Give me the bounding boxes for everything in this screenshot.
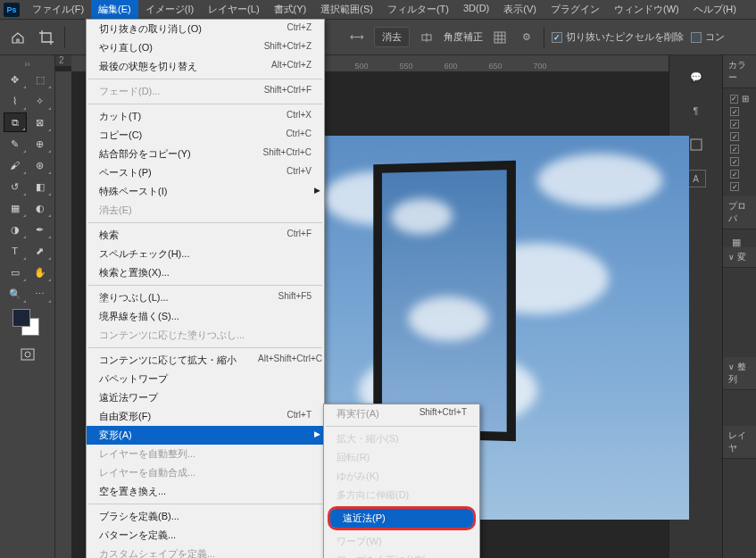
- frame-tool[interactable]: ⊠: [29, 112, 52, 132]
- edit-menu-item: レイヤーを自動整列...: [87, 445, 324, 463]
- object-select-tool[interactable]: ✧: [29, 91, 52, 111]
- menu-イメージ[interactable]: イメージ(I): [138, 0, 201, 19]
- picture-frame-object[interactable]: [373, 161, 516, 441]
- menu-ウィンドウ[interactable]: ウィンドウ(W): [607, 0, 686, 19]
- transform-submenu-item[interactable]: 多方向に伸縮(D): [324, 486, 479, 504]
- edit-toolbar[interactable]: ⋯: [29, 284, 52, 304]
- transform-perspective-item[interactable]: 遠近法(P): [330, 509, 473, 528]
- menu-3d[interactable]: 3D(D): [456, 0, 496, 19]
- edit-menu-item[interactable]: 遠近法ワープ: [87, 388, 324, 407]
- pen-tool[interactable]: ✒: [29, 220, 52, 239]
- menubar: Ps ファイル(F)編集(E)イメージ(I)レイヤー(L)書式(Y)選択範囲(S…: [0, 0, 756, 20]
- color-swatches[interactable]: [12, 309, 43, 336]
- foreground-swatch[interactable]: [12, 309, 30, 327]
- svg-rect-9: [691, 139, 702, 150]
- lasso-tool[interactable]: ⌇: [4, 91, 27, 111]
- edit-menu-item[interactable]: パペットワープ: [87, 370, 324, 388]
- quickmask-icon[interactable]: [16, 345, 39, 364]
- edit-menu-item[interactable]: ブラシを定義(B)...: [87, 507, 324, 526]
- ruler-vertical: [55, 71, 71, 558]
- clear-button[interactable]: 消去: [374, 27, 410, 47]
- transform-section[interactable]: ∨ 変: [723, 247, 756, 268]
- photoshop-logo: Ps: [4, 3, 20, 17]
- transform-submenu-item[interactable]: ゆがみ(K): [324, 467, 479, 486]
- svg-point-8: [25, 352, 30, 357]
- transform-submenu-item[interactable]: ワープ(W): [324, 532, 479, 551]
- checkbox-icon[interactable]: [552, 32, 562, 43]
- dodge-tool[interactable]: ◑: [4, 220, 27, 239]
- edit-menu-item[interactable]: 変形(A)▶: [87, 426, 324, 445]
- rectangle-tool[interactable]: ▭: [4, 262, 27, 282]
- straighten-label: 角度補正: [444, 30, 483, 44]
- layers-panel-tab[interactable]: レイヤ: [723, 426, 756, 459]
- menu-ヘルプ[interactable]: ヘルプ(H): [686, 0, 744, 19]
- edit-menu-item[interactable]: 最後の状態を切り替えAlt+Ctrl+Z: [87, 57, 324, 76]
- transform-submenu-item[interactable]: 回転(R): [324, 448, 479, 467]
- paragraph-icon[interactable]: ¶: [686, 102, 706, 120]
- edit-menu-item[interactable]: 特殊ペースト(I)▶: [87, 182, 324, 201]
- edit-menu-item[interactable]: 塗りつぶし(L)...Shift+F5: [87, 288, 324, 307]
- collapse-handle-icon[interactable]: ››: [19, 59, 37, 66]
- edit-menu-item[interactable]: 検索と置換(X)...: [87, 263, 324, 282]
- menu-選択範囲[interactable]: 選択範囲(S): [313, 0, 380, 19]
- toolbox: ›› ✥⬚⌇✧⧉⊠✎⊕🖌⊛↺◧▦◐◑✒T⬈▭✋🔍⋯: [0, 55, 55, 558]
- type-tool[interactable]: T: [4, 241, 27, 261]
- transform-submenu-item[interactable]: ワープを上下に分割: [324, 551, 479, 558]
- history-brush-tool[interactable]: ↺: [4, 177, 27, 196]
- menu-表示[interactable]: 表示(V): [496, 0, 544, 19]
- edit-menu-item[interactable]: 切り抜きの取り消し(O)Ctrl+Z: [87, 20, 324, 38]
- align-section[interactable]: ∨ 整列: [723, 357, 756, 390]
- settings-gear-icon[interactable]: ⚙: [517, 28, 536, 47]
- hand-tool[interactable]: ✋: [29, 262, 52, 282]
- menu-ファイル[interactable]: ファイル(F): [25, 0, 91, 19]
- edit-menu-item[interactable]: カット(T)Ctrl+X: [87, 107, 324, 126]
- edit-menu-item[interactable]: コピー(C)Ctrl+C: [87, 126, 324, 145]
- transform-submenu-item[interactable]: 拡大・縮小(S): [324, 429, 479, 448]
- edit-menu-item: レイヤーを自動合成...: [87, 463, 324, 482]
- edit-menu-item[interactable]: コンテンツに応じて拡大・縮小Alt+Shift+Ctrl+C: [87, 351, 324, 370]
- transform-submenu-item: 再実行(A)Shift+Ctrl+T: [324, 404, 479, 423]
- delete-pixels-checkbox[interactable]: 切り抜いたピクセルを削除: [552, 30, 684, 44]
- edit-menu-item[interactable]: 境界線を描く(S)...: [87, 307, 324, 326]
- edit-menu-item[interactable]: やり直し(O)Shift+Ctrl+Z: [87, 38, 324, 57]
- eyedropper-tool[interactable]: ✎: [4, 134, 27, 154]
- menu-書式[interactable]: 書式(Y): [267, 0, 314, 19]
- move-tool[interactable]: ✥: [4, 70, 27, 89]
- checkbox-icon[interactable]: [691, 32, 702, 43]
- eraser-tool[interactable]: ◧: [29, 177, 52, 196]
- edit-menu-dropdown: 切り抜きの取り消し(O)Ctrl+Zやり直し(O)Shift+Ctrl+Z最後の…: [86, 19, 325, 558]
- path-select-tool[interactable]: ⬈: [29, 241, 52, 261]
- edit-menu-item[interactable]: 自由変形(F)Ctrl+T: [87, 407, 324, 426]
- crop-tool-icon[interactable]: [36, 27, 57, 48]
- menu-編集[interactable]: 編集(E): [91, 0, 138, 19]
- marquee-tool[interactable]: ⬚: [29, 70, 52, 89]
- edit-menu-item[interactable]: スペルチェック(H)...: [87, 245, 324, 263]
- edit-menu-item: 消去(E): [87, 201, 324, 220]
- right-panels: カラー ⊞ プロパ ▦ ∨ 変 ∨ 整列 レイヤ: [722, 55, 756, 558]
- straighten-icon[interactable]: [417, 28, 436, 47]
- zoom-tool[interactable]: 🔍: [4, 284, 27, 304]
- content-aware-checkbox[interactable]: コン: [691, 30, 725, 44]
- menu-プラグイン[interactable]: プラグイン: [544, 0, 607, 19]
- brush-tool[interactable]: 🖌: [4, 155, 27, 175]
- gradient-tool[interactable]: ▦: [4, 198, 27, 218]
- menu-フィルター[interactable]: フィルター(T): [380, 0, 456, 19]
- home-icon[interactable]: [7, 27, 29, 48]
- crop-tool[interactable]: ⧉: [4, 112, 27, 132]
- blur-tool[interactable]: ◐: [29, 198, 52, 218]
- grid-overlay-icon[interactable]: [490, 28, 510, 47]
- delete-pixels-label: 切り抜いたピクセルを削除: [566, 30, 684, 44]
- properties-panel-tab[interactable]: プロパ: [723, 196, 756, 229]
- color-panel-tab[interactable]: カラー: [723, 55, 756, 88]
- edit-menu-item[interactable]: パターンを定義...: [87, 526, 324, 545]
- clear-aspect-icon[interactable]: ⟷: [347, 28, 367, 47]
- edit-menu-item[interactable]: 検索Ctrl+F: [87, 226, 324, 245]
- stamp-tool[interactable]: ⊛: [29, 155, 52, 175]
- edit-menu-item[interactable]: 空を置き換え...: [87, 482, 324, 501]
- svg-rect-7: [21, 349, 34, 360]
- edit-menu-item[interactable]: 結合部分をコピー(Y)Shift+Ctrl+C: [87, 145, 324, 163]
- patch-tool[interactable]: ⊕: [29, 134, 52, 154]
- menu-レイヤー[interactable]: レイヤー(L): [201, 0, 266, 19]
- comments-icon[interactable]: 💬: [686, 68, 706, 86]
- edit-menu-item[interactable]: ペースト(P)Ctrl+V: [87, 163, 324, 182]
